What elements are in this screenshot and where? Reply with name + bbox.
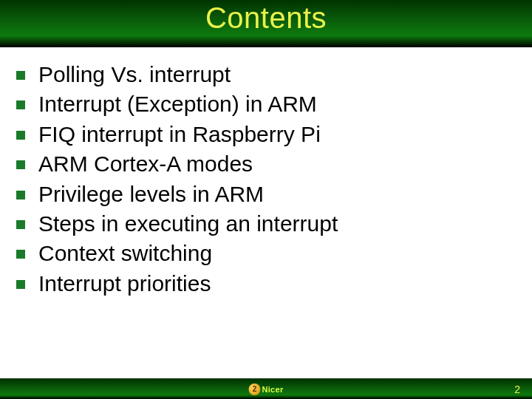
list-item: Privilege levels in ARM [16,180,516,208]
list-item-text: Interrupt (Exception) in ARM [38,90,317,118]
list-item-text: FIQ interrupt in Raspberry Pi [38,120,321,149]
bullet-icon [16,250,25,259]
footer-band: 2 Nicer 2 [0,378,532,399]
list-item-text: ARM Cortex-A modes [38,150,253,178]
header-band: Contents [0,0,532,47]
list-item: ARM Cortex-A modes [16,150,516,178]
page-number: 2 [514,383,520,395]
footer-logo: 2 Nicer [248,383,283,395]
bullet-icon [16,280,25,289]
bullet-icon [16,160,25,169]
list-item-text: Interrupt priorities [38,270,211,298]
bullet-icon [16,100,25,109]
list-item-text: Privilege levels in ARM [38,180,264,208]
content-area: Polling Vs. interrupt Interrupt (Excepti… [0,47,532,298]
bullet-icon [16,131,25,140]
logo-badge-icon: 2 [248,383,260,395]
list-item-text: Context switching [38,239,212,267]
logo-text: Nicer [262,385,283,394]
list-item: Interrupt priorities [16,270,516,298]
list-item-text: Steps in executing an interrupt [38,210,338,238]
list-item-text: Polling Vs. interrupt [38,61,231,89]
list-item: Polling Vs. interrupt [16,61,516,89]
bullet-icon [16,220,25,229]
list-item: Steps in executing an interrupt [16,210,516,238]
list-item: Context switching [16,239,516,267]
list-item: Interrupt (Exception) in ARM [16,90,516,118]
slide-title: Contents [205,1,327,35]
list-item: FIQ interrupt in Raspberry Pi [16,120,516,149]
bullet-icon [16,71,25,80]
bullet-icon [16,191,25,200]
